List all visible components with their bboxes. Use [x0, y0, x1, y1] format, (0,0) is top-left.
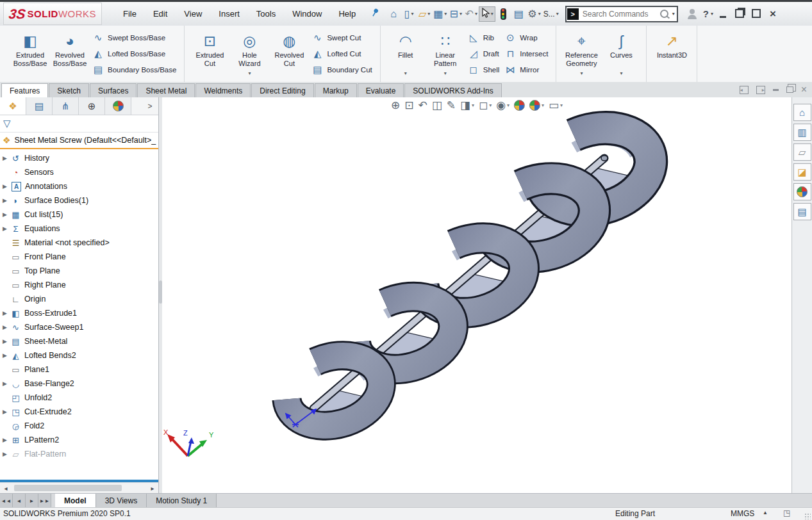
close-button[interactable]: × — [768, 10, 777, 18]
tree-item-sheet-metal[interactable]: ▶▤Sheet-Metal — [0, 334, 158, 348]
expand-arrow-icon[interactable]: ▶ — [0, 225, 10, 232]
part-tab[interactable]: ❖ — [0, 97, 26, 115]
dropdown-arrow-icon[interactable]: ▾ — [542, 102, 544, 108]
expand-arrow-icon[interactable]: ▶ — [0, 211, 10, 218]
dropdown-arrow-icon[interactable]: ▾ — [538, 11, 541, 17]
print-button[interactable]: ⊟▾ — [448, 6, 463, 22]
tree-item-surface-bodies-1-[interactable]: ▶◗Surface Bodies(1) — [0, 193, 158, 207]
expand-arrow-icon[interactable]: ▶ — [0, 183, 10, 190]
swept-boss-button[interactable]: ∿Swept Boss/Base — [92, 30, 176, 46]
tree-item-lpattern2[interactable]: ▶⊞LPattern2 — [0, 433, 158, 447]
display-manager-tab[interactable] — [105, 97, 131, 115]
dropdown-arrow-icon[interactable]: ▾ — [444, 70, 447, 79]
dropdown-arrow-icon[interactable]: ▾ — [475, 11, 477, 17]
task-list-button[interactable]: ▤ — [511, 6, 526, 22]
tree-item-fold2[interactable]: ◶Fold2 — [0, 419, 158, 433]
doc-tab-motion-study-1[interactable]: Motion Study 1 — [147, 494, 217, 508]
hole-wizard-button[interactable]: ◎HoleWizard▾ — [229, 29, 269, 79]
doc-tab-3d-views[interactable]: 3D Views — [96, 494, 147, 508]
instant3d-button[interactable]: ↗Instant3D — [652, 29, 692, 79]
dropdown-arrow-icon[interactable]: ▾ — [507, 102, 510, 108]
custom-properties-button[interactable]: ▤ — [793, 203, 811, 220]
view-palette-button[interactable]: ◪ — [793, 163, 811, 181]
tag-icon[interactable]: ◳ — [783, 508, 790, 517]
search-input[interactable] — [581, 9, 660, 19]
expand-arrow-icon[interactable]: ▶ — [0, 437, 10, 443]
tree-item-base-flange2[interactable]: ▶◡Base-Flange2 — [0, 377, 158, 391]
lofted-cut-button[interactable]: ◭Lofted Cut — [311, 46, 372, 62]
previous-view-button[interactable]: ↶ — [417, 98, 428, 113]
new-file-button[interactable]: ▯▾ — [401, 6, 417, 22]
tree-item-cut-extrude2[interactable]: ▶◳Cut-Extrude2 — [0, 405, 158, 419]
hide-show-items-button[interactable]: ◉▾ — [495, 98, 511, 113]
section-view-button[interactable]: ◫ — [431, 98, 443, 113]
file-explorer-button[interactable]: ▱ — [793, 143, 811, 161]
menu-tools[interactable]: Tools — [248, 6, 284, 21]
scroll-left-icon[interactable]: ◂ — [0, 485, 12, 492]
tree-item-cut-list-15-[interactable]: ▶▦Cut list(15) — [0, 207, 158, 222]
apply-scene-button[interactable]: ▾ — [528, 99, 545, 111]
tree-item-material-not-specified-[interactable]: ☰Material <not specified> — [0, 236, 158, 250]
dropdown-arrow-icon[interactable]: ▾ — [427, 11, 430, 17]
settings-gear-button[interactable]: ⚙▾ — [526, 6, 542, 22]
revolved-boss-button[interactable]: ◕RevolvedBoss/Base — [50, 29, 90, 79]
configuration-manager-tab[interactable]: ⋔ — [53, 97, 79, 115]
search-icon[interactable] — [660, 10, 668, 18]
graphics-viewport[interactable]: ⊕⊡↶◫✎◨▾◻▾◉▾▾▭▾ — [162, 97, 791, 493]
dropdown-arrow-icon[interactable]: ▾ — [248, 70, 251, 79]
dropdown-arrow-icon[interactable]: ▾ — [411, 11, 414, 17]
save-button[interactable]: ▦▾ — [432, 6, 448, 22]
doc-tab-model[interactable]: Model — [55, 494, 96, 508]
draft-button[interactable]: ◿Draft — [468, 46, 500, 62]
dropdown-arrow-icon[interactable]: ▾ — [472, 102, 474, 108]
linear-pattern-button[interactable]: ∷LinearPattern▾ — [426, 29, 465, 79]
shell-button[interactable]: ◻Shell — [468, 62, 500, 78]
collapse-right-pane-icon[interactable]: ▸ — [756, 86, 765, 94]
tree-item-surface-sweep1[interactable]: ▶∿Surface-Sweep1 — [0, 320, 158, 334]
home-button[interactable]: ⌂ — [386, 6, 401, 22]
dimxpert-tab[interactable]: ⊕ — [79, 97, 105, 115]
reference-geometry-button[interactable]: ⌖ReferenceGeometry▾ — [561, 29, 601, 79]
menu-file[interactable]: File — [115, 6, 145, 21]
open-folder-button[interactable]: ▱▾ — [417, 6, 432, 22]
tab-markup[interactable]: Markup — [315, 83, 357, 97]
menu-edit[interactable]: Edit — [145, 6, 176, 21]
first-tab-icon[interactable]: ◄◄ — [0, 494, 13, 508]
tree-item-flat-pattern[interactable]: ▶▱Flat-Pattern — [0, 447, 158, 461]
intersect-button[interactable]: ⊓Intersect — [504, 46, 548, 62]
design-library-button[interactable]: ▥ — [793, 124, 811, 141]
scroll-right-icon[interactable]: ▸ — [147, 485, 158, 492]
resize-grip[interactable] — [804, 513, 811, 519]
lofted-boss-button[interactable]: ◭Lofted Boss/Base — [92, 46, 176, 62]
expand-arrow-icon[interactable]: ▶ — [0, 451, 10, 457]
tree-filter-row[interactable]: ▽ — [0, 115, 158, 133]
search-commands-box[interactable]: > ▾ — [565, 6, 678, 22]
expand-arrow-icon[interactable]: ▶ — [0, 324, 10, 330]
swept-cut-button[interactable]: ∿Swept Cut — [311, 30, 372, 46]
view-settings-button[interactable]: ▭▾ — [547, 98, 564, 113]
menu-help[interactable]: Help — [330, 6, 364, 21]
tree-item-history[interactable]: ▶↺History — [0, 151, 158, 165]
tree-item-unfold2[interactable]: ◰Unfold2 — [0, 391, 158, 405]
mirror-button[interactable]: ⋈Mirror — [504, 62, 548, 78]
display-style-button[interactable]: ◻▾ — [477, 98, 493, 113]
fillet-button[interactable]: ◠Fillet▾ — [386, 29, 426, 79]
zoom-to-fit-button[interactable]: ⊕ — [390, 98, 401, 113]
revolved-cut-button[interactable]: ◍RevolvedCut — [269, 29, 309, 79]
property-manager-tab[interactable]: ▤ — [26, 97, 53, 115]
menu-insert[interactable]: Insert — [210, 6, 248, 21]
maximize-button[interactable] — [752, 10, 761, 18]
filter-funnel-icon[interactable]: ▽ — [3, 118, 11, 129]
login-user-icon[interactable] — [687, 9, 697, 19]
rebuild-traffic-light-button[interactable] — [495, 6, 511, 22]
expand-arrow-icon[interactable]: ▶ — [0, 409, 10, 415]
units-selector[interactable]: MMGS — [731, 509, 754, 518]
tab-solidworks-add-ins[interactable]: SOLIDWORKS Add-Ins — [404, 83, 501, 97]
tab-evaluate[interactable]: Evaluate — [358, 83, 404, 97]
pin-icon[interactable] — [370, 8, 379, 20]
dropdown-arrow-icon[interactable]: ▾ — [491, 11, 493, 17]
dropdown-arrow-icon[interactable]: ▾ — [620, 70, 622, 79]
extruded-cut-button[interactable]: ⊡ExtrudedCut — [190, 29, 229, 79]
next-tab-icon[interactable]: ► — [26, 494, 38, 508]
annotation-views-button[interactable]: ✎ — [445, 98, 457, 113]
